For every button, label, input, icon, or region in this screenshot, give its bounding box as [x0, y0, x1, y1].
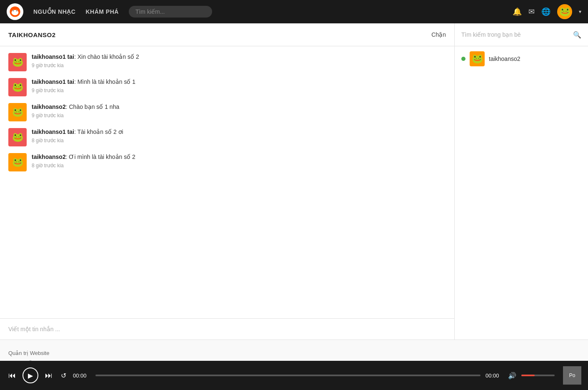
chat-input-area	[0, 318, 454, 340]
message-text: taikhoanso2: Chào bạn số 1 nha	[32, 103, 119, 111]
chevron-down-icon[interactable]: ▾	[579, 9, 581, 15]
friends-search-input[interactable]	[461, 31, 573, 38]
message-item: 🐸 taikhoanso1 tai: Tài khoản số 2 ơi 8 g…	[8, 128, 446, 146]
logo[interactable]	[7, 3, 23, 20]
message-time: 9 giờ trước kia	[32, 88, 135, 93]
progress-bar[interactable]	[95, 375, 480, 376]
message-time: 9 giờ trước kia	[32, 113, 119, 118]
friends-panel: 🔍 🐸 taikhoanso2	[455, 23, 588, 340]
message-body: taikhoanso2: Ơi mình là tài khoản số 2 8…	[32, 153, 135, 169]
repeat-button[interactable]: ↺	[59, 370, 68, 381]
nav-nguon-nhac[interactable]: NGUỒN NHẠC	[33, 8, 75, 15]
svg-point-4	[13, 10, 14, 11]
volume-slider[interactable]	[521, 375, 555, 376]
topnav-right: 🔔 ✉ 🌐 🐸 ▾	[513, 4, 581, 19]
bell-icon[interactable]: 🔔	[513, 7, 522, 16]
message-input[interactable]	[8, 326, 446, 332]
message-item: 🐸 taikhoanso2: Chào bạn số 1 nha 9 giờ t…	[8, 103, 446, 121]
friends-list: 🐸 taikhoanso2	[455, 46, 588, 71]
player-bar: ⏮ ▶ ⏭ ↺ 00:00 00:00 🔊 Po	[0, 361, 588, 390]
messages-area: 🐸 taikhoanso1 tai: Xin chào tài khoản số…	[0, 46, 454, 318]
play-button[interactable]: ▶	[23, 367, 38, 383]
friends-header: 🔍	[455, 23, 588, 46]
message-time: 8 giờ trước kia	[32, 163, 135, 169]
globe-icon[interactable]: 🌐	[541, 7, 550, 16]
message-text: taikhoanso1 tai: Tài khoản số 2 ơi	[32, 128, 123, 136]
message-time: 9 giờ trước kia	[32, 63, 139, 68]
next-button[interactable]: ⏭	[43, 370, 54, 382]
search-input[interactable]	[129, 6, 212, 18]
chat-title: TAIKHOANSO2	[8, 31, 56, 38]
avatar[interactable]: 🐸	[557, 4, 572, 19]
queue-label: Po	[569, 372, 575, 378]
chat-panel: TAIKHOANSO2 Chặn 🐸 taikhoanso1 tai: Xin …	[0, 23, 455, 340]
friend-name: taikhoanso2	[489, 55, 520, 62]
svg-point-5	[16, 10, 17, 11]
message-avatar: 🐸	[8, 128, 27, 146]
main-area: TAIKHOANSO2 Chặn 🐸 taikhoanso1 tai: Xin …	[0, 23, 588, 340]
message-avatar: 🐸	[8, 103, 27, 121]
nav-kham-pha[interactable]: KHÁM PHÁ	[85, 8, 118, 15]
top-navigation: NGUỒN NHẠC KHÁM PHÁ 🔔 ✉ 🌐 🐸 ▾	[0, 0, 588, 23]
prev-button[interactable]: ⏮	[7, 370, 18, 382]
message-item: 🐸 taikhoanso1 tai: Xin chào tài khoản số…	[8, 53, 446, 71]
message-text: taikhoanso1 tai: Mình là tài khoản số 1	[32, 78, 135, 86]
block-button[interactable]: Chặn	[431, 31, 446, 38]
admin-link[interactable]: Quản trị Website	[8, 348, 580, 358]
message-body: taikhoanso1 tai: Mình là tài khoản số 1 …	[32, 78, 135, 93]
mail-icon[interactable]: ✉	[528, 7, 535, 16]
message-text: taikhoanso1 tai: Xin chào tài khoản số 2	[32, 53, 139, 61]
friend-avatar: 🐸	[470, 51, 485, 66]
queue-button[interactable]: Po	[563, 366, 581, 385]
volume-icon[interactable]: 🔊	[508, 372, 516, 380]
message-body: taikhoanso1 tai: Tài khoản số 2 ơi 8 giờ…	[32, 128, 123, 143]
message-avatar: 🐸	[8, 53, 27, 71]
message-avatar: 🐸	[8, 153, 27, 171]
message-body: taikhoanso2: Chào bạn số 1 nha 9 giờ trư…	[32, 103, 119, 118]
online-status-dot	[461, 57, 465, 61]
message-time: 8 giờ trước kia	[32, 138, 123, 143]
message-item: 🐸 taikhoanso1 tai: Mình là tài khoản số …	[8, 78, 446, 96]
message-text: taikhoanso2: Ơi mình là tài khoản số 2	[32, 153, 135, 161]
time-total: 00:00	[485, 372, 503, 379]
volume-fill	[521, 375, 535, 376]
message-avatar: 🐸	[8, 78, 27, 96]
friends-search-icon[interactable]: 🔍	[573, 31, 581, 39]
time-current: 00:00	[73, 372, 90, 379]
chat-header: TAIKHOANSO2 Chặn	[0, 23, 454, 46]
message-item: 🐸 taikhoanso2: Ơi mình là tài khoản số 2…	[8, 153, 446, 171]
message-body: taikhoanso1 tai: Xin chào tài khoản số 2…	[32, 53, 139, 68]
friend-item[interactable]: 🐸 taikhoanso2	[461, 51, 581, 66]
